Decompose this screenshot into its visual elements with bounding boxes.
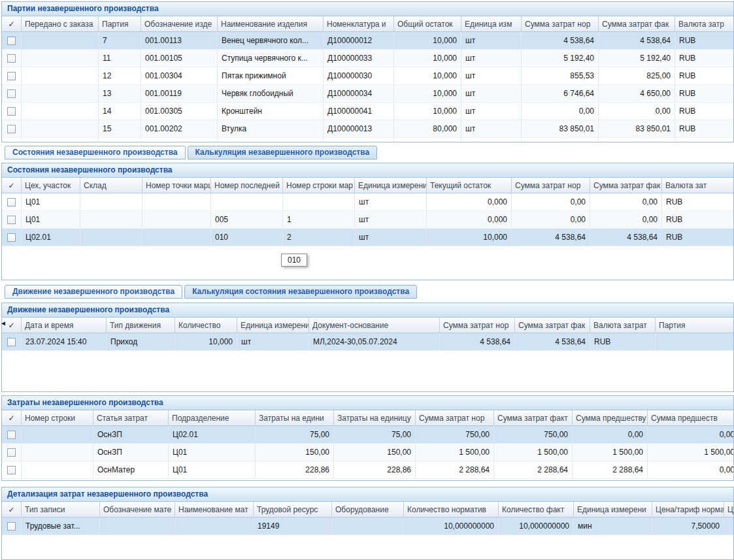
table-cell[interactable]: 001.00304 [141,67,218,85]
table-cell[interactable]: 2 048,00 [599,138,675,142]
table-cell[interactable]: шт [461,32,522,50]
column-header[interactable]: Наименование изделия [218,16,324,32]
table-cell[interactable]: 2 048,00 [522,138,599,142]
table-cell[interactable]: Ц02.01 [22,229,80,246]
row-checkbox-cell[interactable] [2,229,22,246]
table-cell[interactable]: шт [237,333,309,351]
table-cell[interactable]: 4 538,64 [515,333,590,351]
table-cell[interactable]: 0,00 [573,426,648,444]
table-cell[interactable]: 010 [211,229,283,246]
select-all-header[interactable]: ✓ [2,502,22,518]
row-checkbox[interactable] [7,338,16,346]
table-cell[interactable]: Ступица червячного к... [218,50,324,67]
column-header[interactable]: Оборудование [332,502,404,518]
column-header[interactable]: Номер последней [211,178,283,193]
column-header[interactable]: Тип записи [22,502,100,518]
row-checkbox[interactable] [7,448,16,457]
table-cell[interactable]: 12 [99,67,141,85]
table-cell[interactable]: 10,000 [427,229,512,246]
table-cell[interactable]: 4 650,00 [599,85,675,103]
row-checkbox-cell[interactable] [2,138,22,142]
table-cell[interactable]: 001.00105 [141,50,218,67]
row-checkbox-cell[interactable] [2,518,22,535]
row-checkbox[interactable] [7,125,16,133]
table-cell[interactable]: RUB [675,85,733,103]
column-header[interactable]: Единица измерени [237,318,309,333]
table-cell[interactable]: 4 538,64 [440,333,515,351]
table-cell[interactable]: 14 [99,103,141,120]
table-row[interactable]: Трудовые зат...1914910,00000000010,00000… [2,518,733,535]
column-header[interactable]: Единица измерени [355,178,427,193]
table-cell[interactable]: шт [355,229,427,246]
table-cell[interactable]: 0,00 [648,461,733,479]
table-cell[interactable]: 10,000 [394,67,461,85]
table-row[interactable]: 15001.00202ВтулкаД10000001380,000шт83 85… [2,120,733,138]
table-cell[interactable]: RUB [590,333,656,351]
column-header[interactable]: Единица изм [461,16,522,32]
table-cell[interactable]: Червяк глобоидный [218,85,324,103]
column-header[interactable]: Сумма предшеств [648,410,733,426]
table-cell[interactable]: RUB [662,211,733,229]
row-checkbox-cell[interactable] [2,461,22,479]
table-row[interactable]: 14001.00305КронштейнД10000004110,000шт0,… [2,103,733,120]
table-cell[interactable]: Крепление фланцевое [218,138,324,142]
table-cell[interactable]: Д100000012 [324,32,394,50]
table-cell[interactable]: Втулка [218,120,324,138]
table-cell[interactable]: шт [461,67,522,85]
table-cell[interactable]: 75,00 [256,426,334,444]
table-cell[interactable]: 4 538,64 [590,229,662,246]
table-cell[interactable] [22,32,99,50]
table-cell[interactable] [80,193,142,211]
table-cell[interactable]: 10,000 [394,138,461,142]
table-cell[interactable] [22,67,99,85]
table-cell[interactable] [80,229,142,246]
table-cell[interactable]: шт [461,50,522,67]
table-cell[interactable]: 10,000000000 [404,518,499,535]
table-cell[interactable]: RUB [662,193,733,211]
table-cell[interactable] [283,193,355,211]
table-cell[interactable]: Д100000041 [324,103,394,120]
column-header[interactable]: Тип движения [107,318,175,333]
table-cell[interactable]: RUB [675,103,733,120]
column-header[interactable]: Документ-основание [309,318,440,333]
column-header[interactable]: Номер точки марш [142,178,211,193]
table-cell[interactable]: 10,000 [394,103,461,120]
table-cell[interactable] [22,103,99,120]
table-cell[interactable]: Ц01 [22,211,80,229]
table-cell[interactable]: 001.00401 [141,138,218,142]
table-cell[interactable]: ОснЗП [93,426,169,444]
table-cell[interactable] [724,518,733,535]
table-row[interactable]: 7001.00113Венец червячного кол...Д100000… [2,32,733,50]
table-cell[interactable]: Ц01 [22,193,80,211]
table-cell[interactable] [22,50,99,67]
column-header[interactable]: Партия [656,318,733,333]
column-header[interactable]: Валюта зат [662,178,733,193]
row-checkbox-cell[interactable] [2,120,22,138]
row-checkbox-cell[interactable] [2,333,22,351]
row-checkbox[interactable] [7,466,16,474]
table-cell[interactable]: 005 [211,211,283,229]
table-row[interactable]: ОснЗПЦ02.0175,0075,00750,00750,000,000,0… [2,426,733,444]
table-cell[interactable]: 80,000 [394,120,461,138]
column-header[interactable]: Ц [724,502,733,518]
column-header[interactable]: Общий остаток [394,16,461,32]
table-cell[interactable]: 2 288,64 [573,461,648,479]
table-cell[interactable]: RUB [675,67,733,85]
column-header[interactable]: Количество норматив [404,502,499,518]
table-cell[interactable]: Д100000033 [324,50,394,67]
select-all-header[interactable]: ✓ [2,178,22,193]
column-header[interactable]: Затраты на единицу [334,410,416,426]
table-cell[interactable]: 2 288,64 [416,461,494,479]
row-checkbox[interactable] [7,431,16,439]
column-header[interactable]: Номенклатура и [324,16,394,32]
table-cell[interactable]: шт [355,193,427,211]
table-cell[interactable]: 1 500,00 [416,444,494,461]
row-checkbox-cell[interactable] [2,211,22,229]
table-cell[interactable]: 83 850,01 [599,120,675,138]
table-cell[interactable]: шт [461,120,522,138]
column-header[interactable]: Передано с заказа [22,16,99,32]
table-cell[interactable]: Д100000013 [324,120,394,138]
table-cell[interactable] [332,518,404,535]
row-checkbox-cell[interactable] [2,426,22,444]
table-cell[interactable]: 10,000 [394,85,461,103]
